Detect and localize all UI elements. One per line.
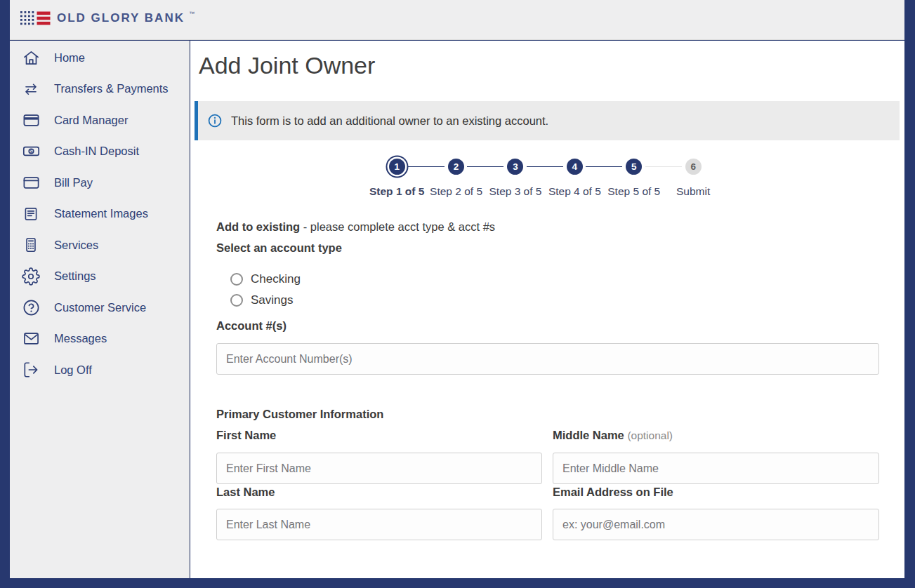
sidebar-item-customer-service[interactable]: Customer Service [10,292,189,323]
transfers-icon [21,79,41,99]
middle-name-label: Middle Name (optional) [553,429,673,442]
sidebar-item-services[interactable]: Services [10,229,189,261]
last-name-input[interactable] [216,509,542,540]
step-2-label: Step 2 of 5 [430,185,482,198]
sidebar-nav: Home Transfers & Payments Card Manager $… [10,41,190,578]
step-6-submit: 6 Submit [664,159,723,198]
sidebar-item-messages[interactable]: Messages [10,323,189,355]
step-6-circle[interactable]: 6 [685,159,702,175]
step-3: 3 Step 3 of 5 [486,159,545,198]
optional-hint: (optional) [627,429,673,441]
savings-radio[interactable] [230,294,243,307]
step-3-circle[interactable]: 3 [507,159,523,175]
bank-name: OLD GLORY BANK [57,9,185,27]
step-5-circle[interactable]: 5 [626,159,642,175]
step-3-label: Step 3 of 5 [489,185,541,198]
info-icon [207,113,223,128]
trademark-symbol: ™ [189,9,195,19]
step-4: 4 Step 4 of 5 [545,159,604,198]
step-4-label: Step 4 of 5 [548,185,601,198]
home-icon [21,48,41,67]
app-header: OLD GLORY BANK ™ [10,0,904,40]
info-message: This form is to add an additional owner … [231,114,548,128]
last-name-label: Last Name [216,486,275,499]
account-numbers-label: Account #(s) [216,319,287,333]
add-to-existing-instruction: Add to existing - please complete acct t… [216,220,495,234]
sidebar-item-card-manager[interactable]: Card Manager [10,105,189,136]
step-2: 2 Step 2 of 5 [426,159,485,198]
page-title: Add Joint Owner [199,52,375,79]
sidebar-item-statement-images[interactable]: Statement Images [10,199,189,230]
services-icon [21,235,41,255]
flag-icon [19,9,53,30]
email-label: Email Address on File [553,486,673,499]
info-banner: This form is to add an additional owner … [195,101,900,140]
step-1-circle[interactable]: 1 [389,159,405,175]
sidebar-item-settings[interactable]: Settings [10,261,189,293]
mail-icon [21,329,41,349]
main-content: Add Joint Owner This form is to add an a… [190,41,904,578]
sidebar-item-bill-pay[interactable]: Bill Pay [10,167,189,199]
account-type-heading: Select an account type [216,241,342,255]
account-type-option-savings[interactable]: Savings [230,293,293,307]
step-5-label: Step 5 of 5 [607,185,660,198]
step-5: 5 Step 5 of 5 [605,159,664,198]
statement-icon [21,204,41,224]
primary-customer-heading: Primary Customer Information [216,408,383,421]
step-progress-indicator: 1 Step 1 of 5 2 Step 2 of 5 3 Step 3 of … [367,159,723,198]
checking-radio[interactable] [230,273,243,286]
sidebar-item-log-off[interactable]: Log Off [10,354,189,386]
help-icon [21,298,41,317]
email-input[interactable] [553,509,879,540]
first-name-input[interactable] [216,453,542,484]
account-type-option-checking[interactable]: Checking [230,272,301,286]
sidebar-item-transfers-payments[interactable]: Transfers & Payments [10,74,189,105]
billpay-icon [21,173,41,192]
step-2-circle[interactable]: 2 [448,159,464,175]
first-name-label: First Name [216,429,276,442]
sidebar-item-cash-in-deposit[interactable]: $ Cash-IN Deposit [10,136,189,168]
gear-icon [21,267,41,286]
step-1: 1 Step 1 of 5 [367,159,426,198]
middle-name-input[interactable] [553,453,879,484]
sidebar-item-home[interactable]: Home [10,42,189,74]
bank-logo[interactable]: OLD GLORY BANK ™ [19,9,195,30]
svg-text:$: $ [29,148,32,154]
cash-icon: $ [21,142,41,161]
logoff-icon [21,360,41,380]
account-numbers-input[interactable] [216,343,879,375]
step-6-label: Submit [676,185,710,198]
card-icon [21,110,41,130]
step-1-label: Step 1 of 5 [369,185,424,198]
step-4-circle[interactable]: 4 [567,159,583,175]
